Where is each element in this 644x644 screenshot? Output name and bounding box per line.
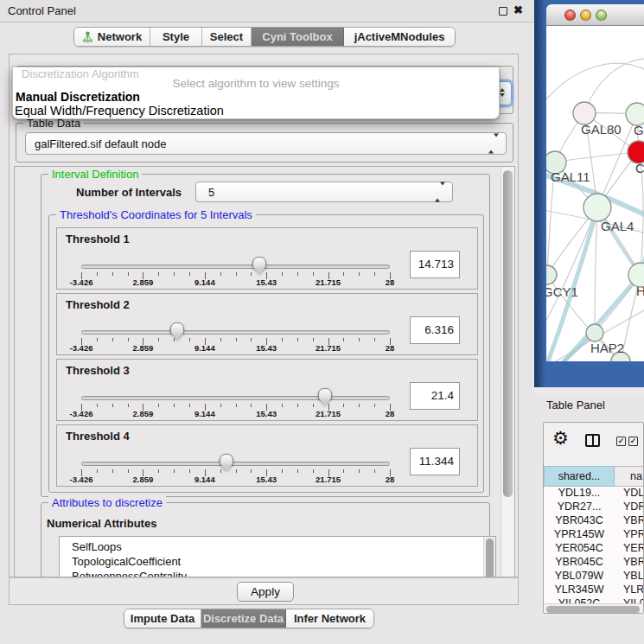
- slider-track[interactable]: [81, 330, 390, 335]
- tab-label: jActiveMNodules: [354, 30, 445, 43]
- node-label: GAL11: [551, 169, 590, 184]
- threshold-value[interactable]: 21.4: [410, 382, 460, 410]
- slider-track[interactable]: [81, 265, 390, 269]
- gear-icon[interactable]: ⚙: [552, 428, 569, 449]
- node-label: HAP2: [590, 341, 624, 355]
- slider-scale-label: 28: [386, 475, 395, 484]
- cell-shared-name[interactable]: YBR045C: [544, 556, 615, 570]
- tab-network[interactable]: Network: [74, 28, 150, 46]
- number-of-intervals-combobox[interactable]: 5: [195, 182, 453, 202]
- table-row[interactable]: YLR345WYLR3: [544, 583, 644, 597]
- slider-scale-label: 15.43: [256, 475, 277, 484]
- threshold-panel: Threshold 1 -3.4262.8599.14415.4321.7152…: [56, 227, 478, 290]
- node-label: GCY1: [546, 284, 578, 299]
- table-row[interactable]: YDR27...YDR2: [544, 501, 644, 514]
- cell-shared-name[interactable]: YBL079W: [544, 570, 615, 583]
- tab-select[interactable]: Select: [202, 28, 252, 46]
- network-window-titlebar[interactable]: [546, 4, 644, 26]
- slider-thumb[interactable]: [252, 257, 266, 274]
- table-data-value: galFiltered.sif default node: [35, 137, 166, 150]
- table-row[interactable]: YBL079WYBL0: [544, 570, 644, 583]
- algorithm-option-equal-width[interactable]: Equal Width/Frequency Discretization: [15, 104, 224, 118]
- slider-track[interactable]: [81, 462, 390, 466]
- slider-scale-label: 21.715: [316, 343, 341, 353]
- network-canvas[interactable]: GAL80GACGAL11GAL4GCY1HHAP2: [546, 26, 644, 361]
- settings-scrollbar[interactable]: [501, 167, 514, 577]
- table-row[interactable]: YBR043CYBR0: [544, 514, 644, 528]
- table-panel: Table Panel ⚙ ✓ ✓ shared... na YDL19...Y…: [534, 393, 644, 644]
- float-window-icon[interactable]: [499, 7, 507, 16]
- tab-jactivemnodules[interactable]: jActiveMNodules: [344, 28, 455, 46]
- threshold-panel: Threshold 3 -3.4262.8599.14415.4321.7152…: [56, 359, 478, 421]
- table-panel-titlebar: Table Panel: [534, 393, 644, 417]
- tab-discretize-data[interactable]: Discretize Data: [201, 609, 286, 628]
- bottom-tab-bar: Impute DataDiscretize DataInfer Network: [124, 609, 374, 628]
- scrollbar-thumb[interactable]: [503, 170, 513, 497]
- cell-name[interactable]: YDR2: [615, 501, 644, 514]
- algorithm-dropdown-popup: Discretization Algorithm Select algorith…: [12, 67, 500, 119]
- column-header-name[interactable]: na: [615, 466, 644, 487]
- table-row[interactable]: YPR145WYPR1: [544, 528, 644, 542]
- slider-scale-label: -3.426: [70, 343, 93, 353]
- apply-button[interactable]: Apply: [237, 582, 294, 602]
- cell-shared-name[interactable]: YDL19...: [544, 487, 615, 501]
- threshold-value[interactable]: 14.713: [410, 251, 460, 278]
- table-horizontal-scrollbar[interactable]: [544, 603, 644, 614]
- slider-scale-label: -3.426: [70, 409, 93, 418]
- cell-shared-name[interactable]: YDR27...: [544, 501, 615, 514]
- tab-label: Infer Network: [294, 612, 366, 625]
- zoom-traffic-light-icon[interactable]: [596, 10, 607, 21]
- numerical-attributes-label: Numerical Attributes: [47, 517, 156, 530]
- table-data-combobox[interactable]: galFiltered.sif default node: [25, 132, 507, 155]
- table-row[interactable]: YBR045CYBR0: [544, 556, 644, 570]
- table-data-group: Table Data galFiltered.sif default node: [16, 123, 513, 163]
- checkbox-icon[interactable]: ✓: [616, 437, 626, 446]
- close-traffic-light-icon[interactable]: [564, 10, 576, 21]
- network-node-hap2[interactable]: [586, 324, 603, 341]
- table-row[interactable]: YER054CYER0: [544, 542, 644, 556]
- cell-name[interactable]: YDL1: [615, 487, 644, 501]
- close-icon[interactable]: ✖: [513, 3, 523, 16]
- tab-style[interactable]: Style: [150, 28, 202, 46]
- tab-infer-network[interactable]: Infer Network: [286, 609, 373, 628]
- slider-scale-label: 9.144: [194, 475, 215, 484]
- numerical-attributes-list[interactable]: SelfLoopsTopologicalCoefficientBetweenne…: [59, 536, 496, 577]
- slider-track[interactable]: [81, 396, 390, 400]
- attribute-list-item[interactable]: TopologicalCoefficient: [60, 554, 495, 569]
- slider-thumb[interactable]: [170, 322, 184, 340]
- split-columns-icon[interactable]: [585, 434, 600, 447]
- minimize-traffic-light-icon[interactable]: [580, 10, 591, 21]
- tab-label: Impute Data: [131, 612, 194, 625]
- node-table: ⚙ ✓ ✓ shared... na YDL19...YDL1YDR27...Y…: [543, 422, 644, 614]
- column-header-shared-name[interactable]: shared...: [544, 466, 615, 487]
- algorithm-option-manual[interactable]: Manual Discretization: [16, 90, 140, 104]
- cell-shared-name[interactable]: YER054C: [544, 542, 615, 556]
- network-node-gal4[interactable]: [583, 194, 611, 221]
- cell-name[interactable]: YBR0: [615, 514, 644, 528]
- scrollbar-thumb[interactable]: [546, 606, 640, 613]
- node-label: C: [635, 161, 644, 175]
- tab-cyni-toolbox[interactable]: Cyni Toolbox: [252, 28, 344, 46]
- threshold-value[interactable]: 6.316: [410, 316, 460, 344]
- cell-shared-name[interactable]: YBR043C: [544, 514, 615, 528]
- cell-name[interactable]: YBR0: [615, 556, 644, 570]
- apply-strip: Apply: [9, 577, 519, 605]
- checkbox-icon[interactable]: ✓: [628, 437, 638, 446]
- network-node-gcy1[interactable]: [546, 265, 557, 284]
- cell-shared-name[interactable]: YLR345W: [544, 583, 615, 597]
- threshold-value[interactable]: 11.344: [410, 448, 460, 475]
- cell-name[interactable]: YER0: [615, 542, 644, 556]
- slider-thumb[interactable]: [220, 454, 233, 471]
- table-row[interactable]: YDL19...YDL1: [544, 487, 644, 501]
- attribute-list-item[interactable]: BetweennessCentrality: [60, 569, 495, 577]
- slider-thumb[interactable]: [318, 388, 332, 405]
- attribute-list-item[interactable]: SelfLoops: [60, 539, 495, 554]
- slider-scale-label: 28: [386, 409, 395, 418]
- tab-impute-data[interactable]: Impute Data: [124, 609, 201, 628]
- stepper-arrows-icon: [435, 186, 445, 199]
- cell-name[interactable]: YPR1: [615, 528, 644, 542]
- cell-name[interactable]: YLR3: [615, 583, 644, 597]
- cell-name[interactable]: YBL0: [615, 570, 644, 583]
- list-scrollbar[interactable]: [483, 537, 495, 577]
- cell-shared-name[interactable]: YPR145W: [544, 528, 615, 542]
